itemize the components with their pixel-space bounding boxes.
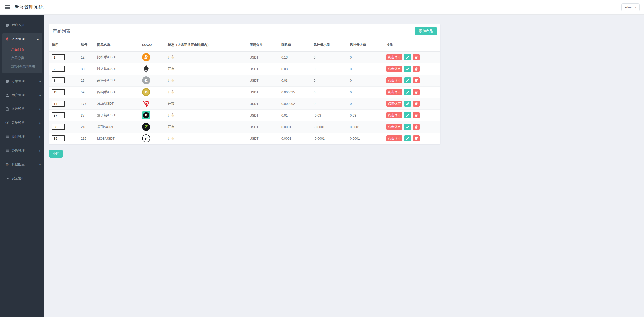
- trash-icon: [415, 79, 418, 82]
- table-row: 37 量子链/USDT K 开市 USDT 0.01 -0.03 0.03 点击…: [49, 109, 440, 121]
- trash-icon: [415, 114, 418, 117]
- edit-button[interactable]: [404, 54, 411, 60]
- qtum-k-logo: K: [142, 111, 150, 119]
- logo-cell: ⇄: [139, 133, 165, 144]
- sidebar-item-product-management[interactable]: B 产品管理 ▸: [2, 33, 42, 45]
- product-name-cell: 波场/USDT: [94, 98, 139, 109]
- sort-input[interactable]: [52, 112, 65, 118]
- sidebar-item-parameters[interactable]: 参数设置 ▸: [0, 103, 44, 115]
- sidebar-item-system-settings[interactable]: ⚙⚙ 系统设置 ▸: [0, 117, 44, 129]
- sort-cell: [49, 75, 78, 86]
- actions-cell: 点击休市: [383, 121, 440, 133]
- list-icon: [5, 135, 9, 139]
- edit-button[interactable]: [404, 135, 411, 141]
- sort-input[interactable]: [52, 66, 65, 72]
- sidebar-item-other-config[interactable]: ⚙ 其他配置 ▸: [0, 158, 44, 170]
- edit-button[interactable]: [404, 77, 411, 83]
- table-header-row: 排序 编号 商品名称 LOGO 状态（大盘正常开市时间内） 所属分类 随机值 风…: [49, 38, 440, 51]
- sort-input[interactable]: [52, 101, 65, 107]
- close-market-button[interactable]: 点击休市: [386, 77, 402, 83]
- sidebar-item-orders[interactable]: 订单管理 ▸: [0, 75, 44, 87]
- random-value-cell: 0.03: [278, 75, 311, 86]
- edit-button[interactable]: [404, 124, 411, 130]
- close-market-button[interactable]: 点击休市: [386, 112, 402, 118]
- delete-button[interactable]: [413, 124, 420, 130]
- delete-button[interactable]: [413, 89, 420, 95]
- sort-input[interactable]: [52, 89, 65, 95]
- product-name-cell: MOB/USDT: [94, 133, 139, 144]
- delete-button[interactable]: [413, 66, 420, 72]
- close-market-button[interactable]: 点击休市: [386, 135, 402, 141]
- status-cell: 开市: [165, 63, 247, 75]
- risk-max-cell: 0.03: [347, 109, 383, 121]
- code-cell: 218: [78, 121, 94, 133]
- product-name-cell: 以太坊/USDT: [94, 63, 139, 75]
- edit-button[interactable]: [404, 112, 411, 118]
- sidebar-item-news[interactable]: 新闻管理 ▸: [0, 131, 44, 143]
- actions-cell: 点击休市: [383, 75, 440, 86]
- status-cell: 开市: [165, 98, 247, 109]
- actions-cell: 点击休市: [383, 109, 440, 121]
- delete-button[interactable]: [413, 101, 420, 107]
- sort-input[interactable]: [52, 77, 65, 83]
- sort-submit-button[interactable]: 排序: [49, 150, 63, 158]
- list-icon: [5, 149, 9, 153]
- sort-input[interactable]: [52, 124, 65, 130]
- sidebar-item-logout[interactable]: 安全退出: [0, 172, 44, 184]
- edit-button[interactable]: [404, 66, 411, 72]
- code-cell: 12: [78, 51, 94, 63]
- table-row: 12 比特币/USDT B 开市 USDT 0.13 0 0 点击休市: [49, 51, 440, 63]
- document-icon: [5, 107, 9, 111]
- trash-icon: [415, 56, 418, 59]
- sidebar-item-product-category[interactable]: 产品分类: [2, 54, 42, 62]
- orders-icon: [5, 79, 9, 83]
- edit-button[interactable]: [404, 89, 411, 95]
- user-menu[interactable]: admin ▾: [621, 3, 640, 11]
- sort-cell: [49, 133, 78, 144]
- risk-min-cell: 0: [311, 63, 347, 75]
- code-cell: 26: [78, 75, 94, 86]
- menu-toggle-icon[interactable]: [5, 5, 10, 9]
- trash-icon: [415, 125, 418, 129]
- product-name-cell: 狗狗币/USDT: [94, 86, 139, 98]
- sidebar-item-announcements[interactable]: 公告管理 ▸: [0, 145, 44, 157]
- col-header-logo: LOGO: [139, 38, 165, 51]
- chevron-right-icon: ▸: [39, 163, 41, 166]
- sidebar-item-new-coin-list[interactable]: 新币申购币种列表: [2, 62, 42, 71]
- delete-button[interactable]: [413, 54, 420, 60]
- close-market-button[interactable]: 点击休市: [386, 124, 402, 130]
- delete-button[interactable]: [413, 135, 420, 141]
- sidebar-item-dashboard[interactable]: 后台首页: [0, 19, 44, 31]
- sidebar-item-product-list[interactable]: 产品列表: [2, 45, 42, 54]
- edit-button[interactable]: [404, 101, 411, 107]
- risk-max-cell: 0.0001: [347, 133, 383, 144]
- col-header-category: 所属分类: [247, 38, 278, 51]
- product-name-cell: 量子链/USDT: [94, 109, 139, 121]
- close-market-button[interactable]: 点击休市: [386, 66, 402, 72]
- delete-button[interactable]: [413, 77, 420, 83]
- risk-min-cell: 0: [311, 98, 347, 109]
- sidebar-item-label: 参数设置: [12, 107, 25, 111]
- actions-cell: 点击休市: [383, 63, 440, 75]
- logo-cell: Z: [139, 121, 165, 133]
- litecoin-logo: Ł: [142, 76, 150, 84]
- col-header-name: 商品名称: [94, 38, 139, 51]
- sort-input[interactable]: [52, 135, 65, 141]
- trash-icon: [415, 102, 418, 105]
- close-market-button[interactable]: 点击休市: [386, 54, 402, 60]
- close-market-button[interactable]: 点击休市: [386, 89, 402, 95]
- delete-button[interactable]: [413, 112, 420, 118]
- random-value-cell: 0.0001: [278, 121, 311, 133]
- sidebar-item-label: 其他配置: [12, 162, 25, 167]
- sidebar-item-users[interactable]: 用户管理 ▸: [0, 89, 44, 101]
- col-header-risk-min: 风控最小值: [311, 38, 347, 51]
- pencil-icon: [406, 79, 409, 82]
- status-cell: 开市: [165, 86, 247, 98]
- add-product-button[interactable]: 添加产品: [415, 27, 437, 35]
- table-row: 30 以太坊/USDT 开市 USDT 0.03 0 0 点击休市: [49, 63, 440, 75]
- product-name-cell: 零币/USDT: [94, 121, 139, 133]
- pencil-icon: [406, 125, 409, 129]
- close-market-button[interactable]: 点击休市: [386, 101, 402, 107]
- risk-min-cell: -0.03: [311, 109, 347, 121]
- sort-input[interactable]: [52, 54, 65, 60]
